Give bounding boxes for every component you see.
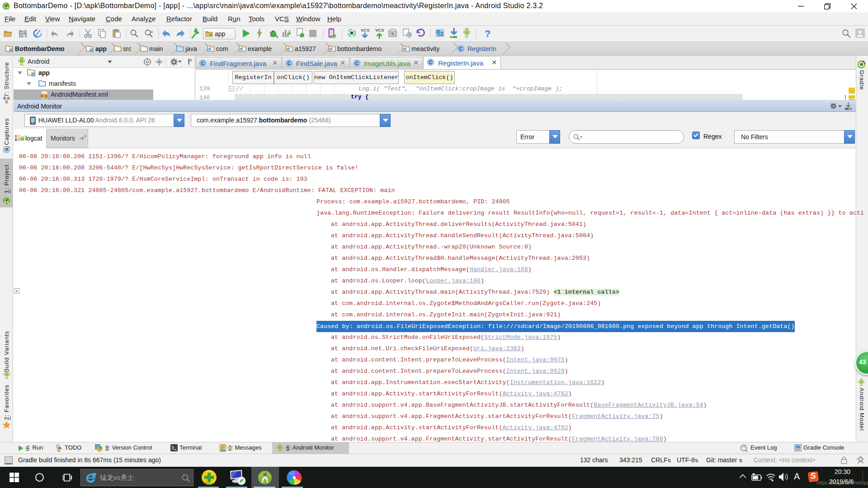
svg-text:VCS: VCS bbox=[375, 28, 384, 33]
svg-text:a: a bbox=[151, 29, 153, 34]
svg-text:VCS: VCS bbox=[361, 28, 369, 33]
